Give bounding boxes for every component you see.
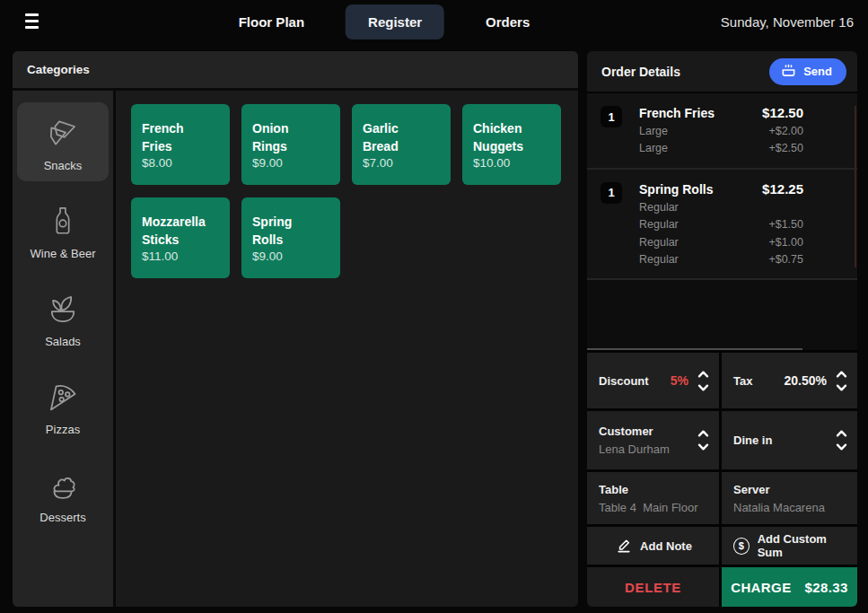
product-tile[interactable]: French Fries $8.00 <box>131 104 230 185</box>
order-item-row[interactable]: 1 French Fries $12.50 Large+$2.00Large+$… <box>587 93 857 170</box>
dine-in-stepper <box>836 430 847 451</box>
product-tile[interactable]: Spring Rolls $9.00 <box>241 197 340 278</box>
sidebar-item-desserts[interactable]: Desserts <box>17 454 109 533</box>
hamburger-bar <box>25 13 39 16</box>
tax-stepper <box>836 371 847 391</box>
dine-in-label: Dine in <box>733 433 772 447</box>
chevron-down-icon[interactable] <box>697 443 709 451</box>
hamburger-bar <box>25 26 39 29</box>
chevron-up-icon[interactable] <box>836 430 847 437</box>
tax-value: 20.50% <box>785 373 827 388</box>
add-note-button[interactable]: Add Note <box>587 527 719 565</box>
hamburger-menu-icon[interactable] <box>25 13 39 29</box>
order-controls: Discount 5% Tax 20.50% Customer Lena Dur… <box>587 350 857 607</box>
discount-label: Discount <box>599 374 649 388</box>
tax-label: Tax <box>733 374 752 388</box>
modifier-label: Regular <box>639 216 679 233</box>
order-items-list: 1 French Fries $12.50 Large+$2.00Large+$… <box>587 93 857 350</box>
pot-icon <box>781 63 796 81</box>
product-price: $9.00 <box>252 156 283 170</box>
catalog-panel: Categories Snacks Wine & Beer Salads Piz… <box>13 51 578 607</box>
discount-value: 5% <box>671 373 688 388</box>
server-selector[interactable]: Server Natalia Macarena <box>722 472 857 524</box>
product-name: Onion Rings <box>252 119 288 156</box>
add-custom-sum-button[interactable]: $ Add Custom Sum <box>722 527 857 565</box>
order-item-name: French Fries <box>639 106 715 120</box>
chevron-up-icon[interactable] <box>697 430 709 437</box>
order-item-modifier: Large+$2.00 <box>639 123 803 140</box>
sidebar-item-salads[interactable]: Salads <box>17 278 109 357</box>
quantity-badge: 1 <box>601 106 622 127</box>
table-value: Table 4 Main Floor <box>599 501 698 514</box>
nachos-icon <box>43 113 83 153</box>
customer-selector[interactable]: Customer Lena Durham <box>587 411 719 469</box>
top-bar: Floor Plan Register Orders Sunday, Novem… <box>0 0 868 43</box>
pizza-slice-icon <box>43 377 83 416</box>
quantity-badge: 1 <box>601 182 622 204</box>
wine-bottle-icon <box>43 201 83 241</box>
modifier-label: Regular <box>639 199 679 216</box>
chevron-down-icon[interactable] <box>836 443 847 451</box>
product-name: French Fries <box>142 119 184 156</box>
charge-button[interactable]: CHARGE $28.33 <box>722 567 857 607</box>
add-note-label: Add Note <box>640 539 692 553</box>
server-value: Natalia Macarena <box>733 501 825 514</box>
date-label: Sunday, November 16 <box>721 0 854 43</box>
main-tabs: Floor Plan Register Orders <box>228 0 541 43</box>
order-item-name: Spring Rolls <box>639 182 713 197</box>
tax-control: Tax 20.50% <box>722 353 857 408</box>
table-selector[interactable]: Table Table 4 Main Floor <box>587 472 719 524</box>
order-item-modifier: Regular <box>639 199 803 216</box>
chevron-down-icon[interactable] <box>697 384 709 391</box>
chevron-up-icon[interactable] <box>697 371 709 378</box>
customer-stepper <box>697 430 709 451</box>
product-grid: French Fries $8.00 Onion Rings $9.00 Gar… <box>116 91 578 607</box>
catalog-body: Snacks Wine & Beer Salads Pizzas Dessert… <box>13 91 578 607</box>
send-button-label: Send <box>803 65 832 78</box>
delete-button[interactable]: DELETE <box>587 567 719 607</box>
dine-in-selector[interactable]: Dine in <box>722 411 857 469</box>
vertical-scrollbar[interactable] <box>855 106 856 267</box>
product-tile[interactable]: Chicken Nuggets $10.00 <box>462 104 561 185</box>
server-label: Server <box>733 483 825 496</box>
product-name: Garlic Bread <box>363 119 399 156</box>
tab-floor-plan[interactable]: Floor Plan <box>228 5 315 39</box>
modifier-label: Regular <box>639 234 679 251</box>
salad-bowl-icon <box>43 289 83 328</box>
chevron-up-icon[interactable] <box>836 371 847 378</box>
sidebar-item-snacks[interactable]: Snacks <box>17 102 109 181</box>
modifier-label: Regular <box>639 251 679 268</box>
charge-button-amount: $28.33 <box>805 580 848 595</box>
table-label: Table <box>599 483 698 496</box>
order-item-price: $12.50 <box>762 105 803 120</box>
product-tile[interactable]: Onion Rings $9.00 <box>241 104 340 185</box>
order-item-price: $12.25 <box>762 181 803 197</box>
horizontal-scrollbar[interactable] <box>587 348 802 350</box>
product-price: $8.00 <box>142 156 172 170</box>
customer-label: Customer <box>599 425 670 438</box>
modifier-price: +$2.50 <box>768 140 803 157</box>
sidebar-item-wine-beer[interactable]: Wine & Beer <box>17 190 109 269</box>
order-details-title: Order Details <box>601 65 680 79</box>
sidebar-item-pizzas[interactable]: Pizzas <box>17 366 109 445</box>
order-item-modifier: Regular+$0.75 <box>639 251 803 268</box>
product-price: $7.00 <box>363 156 393 170</box>
modifier-price: +$0.75 <box>768 251 803 268</box>
chevron-down-icon[interactable] <box>836 384 847 391</box>
categories-title: Categories <box>27 63 90 76</box>
charge-button-label: CHARGE <box>731 580 791 595</box>
tab-register[interactable]: Register <box>346 4 444 39</box>
product-tile[interactable]: Garlic Bread $7.00 <box>352 104 451 185</box>
product-price: $11.00 <box>142 250 178 263</box>
product-name: Chicken Nuggets <box>473 119 523 156</box>
order-item-row[interactable]: 1 Spring Rolls $12.25 RegularRegular+$1.… <box>587 170 857 281</box>
dollar-circle-icon: $ <box>733 538 750 555</box>
send-button[interactable]: Send <box>769 58 846 85</box>
product-tile[interactable]: Mozzarella Sticks $11.00 <box>131 197 230 278</box>
tab-orders[interactable]: Orders <box>475 5 540 39</box>
order-item-modifier: Regular+$1.00 <box>639 234 803 251</box>
category-rail: Snacks Wine & Beer Salads Pizzas Dessert… <box>13 91 116 607</box>
product-name: Mozzarella Sticks <box>142 213 206 250</box>
product-price: $9.00 <box>252 250 283 263</box>
modifier-price: +$1.50 <box>768 216 803 233</box>
